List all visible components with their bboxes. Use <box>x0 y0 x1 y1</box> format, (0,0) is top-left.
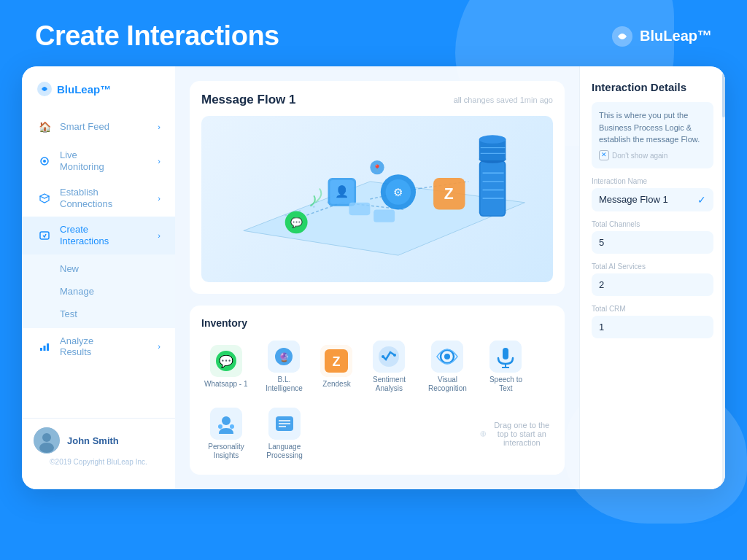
sidebar-item-live-monitoring[interactable]: LiveMonitoring › <box>22 142 175 179</box>
svg-point-56 <box>382 355 384 358</box>
visual-recognition-icon <box>431 341 463 373</box>
sidebar-subitem-manage[interactable]: Manage <box>22 280 175 303</box>
sidebar-item-label: CreateInteractions <box>60 224 158 246</box>
inventory-item-whatsapp[interactable]: 💬 Whatsapp - 1 <box>201 342 250 392</box>
speech-to-text-icon <box>489 341 522 373</box>
establish-connections-icon <box>36 190 53 206</box>
inventory-item-bl-intelligence[interactable]: 🔮 B.L. Intelligence <box>259 338 309 396</box>
svg-point-14 <box>313 206 315 208</box>
sidebar-item-create-interactions[interactable]: CreateInteractions › <box>22 217 175 254</box>
inventory-item-personality[interactable]: Personality Insights <box>201 405 251 463</box>
total-crm-text: 1 <box>599 322 604 332</box>
total-channels-text: 5 <box>599 237 604 248</box>
header-logo: BluLeap™ <box>611 25 712 48</box>
avatar <box>34 427 60 454</box>
blueleap-logo-icon <box>611 25 634 48</box>
svg-rect-7 <box>47 343 49 351</box>
inventory-item-language[interactable]: Language Processing <box>260 405 309 463</box>
svg-text:💬: 💬 <box>219 354 233 368</box>
svg-point-12 <box>285 214 287 217</box>
svg-point-57 <box>393 354 396 357</box>
sidebar-nav: 🏠 Smart Feed › LiveMonitoring › <box>22 112 175 418</box>
panel-title: Interaction Details <box>592 81 713 93</box>
dont-show-label: Don't show again <box>612 150 667 161</box>
field-value-interaction-name[interactable]: Message Flow 1 ✓ <box>592 188 713 211</box>
flow-section: Message Flow 1 all changes saved 1min ag… <box>190 81 565 294</box>
svg-point-68 <box>230 424 234 429</box>
flow-header: Message Flow 1 all changes saved 1min ag… <box>201 93 553 107</box>
header-logo-text: BluLeap™ <box>640 28 712 44</box>
inventory-item-speech[interactable]: Speech to Text <box>481 338 530 396</box>
svg-point-67 <box>218 424 222 429</box>
svg-point-66 <box>222 416 231 425</box>
inventory-item-zendesk[interactable]: Z Zendesk <box>317 342 355 392</box>
info-box: This is where you put the Business Proce… <box>592 102 713 168</box>
sidebar-item-label: AnalyzeResults <box>60 335 158 358</box>
bl-intelligence-icon: 🔮 <box>268 341 300 373</box>
total-ai-text: 2 <box>599 279 604 290</box>
chevron-right-icon: › <box>158 342 160 351</box>
right-panel: Interaction Details This is where you pu… <box>579 66 725 489</box>
sidebar-item-label: Smart Feed <box>60 121 158 133</box>
sidebar-subitem-test[interactable]: Test <box>22 303 175 325</box>
chevron-right-icon: › <box>158 122 160 131</box>
svg-text:Z: Z <box>333 354 341 369</box>
flow-canvas[interactable]: 💬 👤 ⚙ Z <box>201 116 553 282</box>
sentiment-label: Sentiment Analysis <box>367 376 411 393</box>
field-total-channels: Total Channels 5 <box>592 220 713 254</box>
field-label-total-crm: Total CRM <box>592 305 713 313</box>
svg-text:🔮: 🔮 <box>279 351 290 362</box>
sidebar-subitem-new[interactable]: New <box>22 257 175 280</box>
info-footer: ✕ Don't show again <box>599 150 706 161</box>
bl-intelligence-label: B.L. Intelligence <box>262 376 306 393</box>
svg-text:Z: Z <box>444 185 454 202</box>
sidebar-logo-text: BluLeap™ <box>57 83 111 96</box>
info-text: This is where you put the Business Proce… <box>599 111 700 144</box>
chevron-right-icon: › <box>158 194 160 203</box>
whatsapp-icon: 💬 <box>210 345 242 377</box>
sidebar-item-label: LiveMonitoring <box>60 149 158 172</box>
sidebar-logo: BluLeap™ <box>22 81 175 112</box>
field-total-ai: Total AI Services 2 <box>592 262 713 296</box>
svg-text:📍: 📍 <box>373 164 382 173</box>
sidebar-item-establish-connections[interactable]: EstablishConnections › <box>22 179 175 217</box>
content-area: Message Flow 1 all changes saved 1min ag… <box>175 66 579 489</box>
checkmark-icon: ✓ <box>697 194 706 206</box>
field-label-total-channels: Total Channels <box>592 220 713 228</box>
analyze-results-icon <box>36 338 53 354</box>
language-label: Language Processing <box>263 443 306 460</box>
main-card: BluLeap™ 🏠 Smart Feed › LiveMonitoring › <box>22 66 725 489</box>
sidebar: BluLeap™ 🏠 Smart Feed › LiveMonitoring › <box>22 66 175 489</box>
inventory-item-visual[interactable]: Visual Recognition <box>422 338 472 396</box>
sidebar-item-analyze-results[interactable]: AnalyzeResults › <box>22 328 175 365</box>
dismiss-checkbox[interactable]: ✕ <box>599 150 609 160</box>
personality-label: Personality Insights <box>204 443 248 460</box>
field-value-total-channels: 5 <box>592 231 713 254</box>
sidebar-footer: John Smith ©2019 Copyright BluLeap Inc. <box>22 418 175 475</box>
sidebar-user: John Smith <box>34 427 163 454</box>
drag-icon <box>480 427 487 441</box>
flow-diagram: 💬 👤 ⚙ Z <box>201 116 553 282</box>
field-total-crm: Total CRM 1 <box>592 305 713 338</box>
zendesk-label: Zendesk <box>322 380 350 389</box>
svg-point-10 <box>39 443 54 453</box>
sidebar-item-smart-feed[interactable]: 🏠 Smart Feed › <box>22 112 175 142</box>
inventory-title: Inventory <box>201 317 553 329</box>
scrollbar-thumb[interactable] <box>722 74 725 117</box>
scrollbar-track[interactable] <box>722 66 725 489</box>
inventory-item-sentiment[interactable]: Sentiment Analysis <box>364 338 414 396</box>
svg-point-9 <box>42 433 51 442</box>
inventory-section: Inventory 💬 Whatsapp - 1 <box>190 306 565 475</box>
field-label-interaction-name: Interaction Name <box>592 177 713 185</box>
flow-title: Message Flow 1 <box>201 93 295 107</box>
svg-rect-4 <box>40 232 49 239</box>
svg-rect-62 <box>503 348 508 359</box>
field-value-total-ai: 2 <box>592 273 713 296</box>
drag-hint: Drag one to the top to start an interact… <box>480 421 553 447</box>
chevron-right-icon: › <box>158 231 160 240</box>
sidebar-subnav: New Manage Test <box>22 254 175 328</box>
inventory-grid: 💬 Whatsapp - 1 🔮 B.L. Intelligence <box>201 338 553 463</box>
copyright-text: ©2019 Copyright BluLeap Inc. <box>34 458 163 466</box>
svg-point-60 <box>444 354 450 359</box>
whatsapp-label: Whatsapp - 1 <box>204 380 247 389</box>
